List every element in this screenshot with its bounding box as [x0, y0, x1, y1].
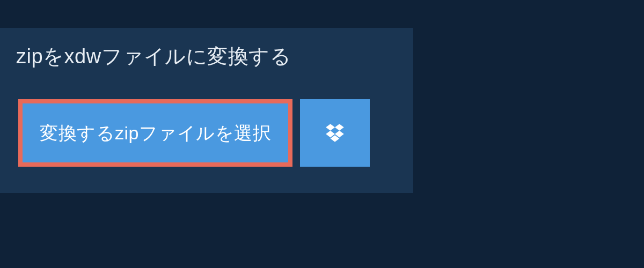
dropbox-icon	[324, 122, 346, 144]
svg-marker-0	[326, 124, 335, 131]
select-file-button[interactable]: 変換するzipファイルを選択	[18, 99, 292, 167]
svg-marker-1	[335, 124, 344, 131]
button-row: 変換するzipファイルを選択	[11, 83, 402, 167]
select-file-button-label: 変換するzipファイルを選択	[40, 124, 271, 142]
dropbox-button[interactable]	[300, 99, 370, 167]
conversion-panel: zipをxdwファイルに変換する 変換するzipファイルを選択	[0, 28, 413, 193]
page-title: zipをxdwファイルに変換する	[11, 39, 402, 83]
